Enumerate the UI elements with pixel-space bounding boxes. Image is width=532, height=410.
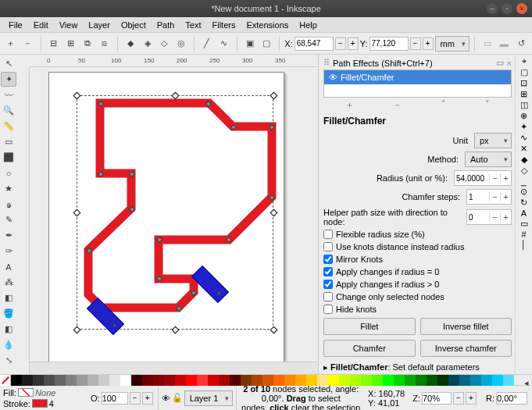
window-minimize-button[interactable]: – [487, 3, 498, 14]
menu-layer[interactable]: Layer [83, 19, 116, 31]
snap-text-icon[interactable]: A [521, 209, 527, 218]
lpe-add-icon[interactable]: ＋ [345, 99, 354, 111]
steps-inc-button[interactable]: + [500, 192, 511, 201]
panel-undock-icon[interactable]: ▭ [496, 58, 504, 68]
x-inc-button[interactable]: + [348, 37, 359, 50]
snap-line-mid-icon[interactable]: ⎯ [521, 176, 527, 186]
vertical-ruler[interactable] [17, 67, 30, 374]
3dbox-tool-icon[interactable]: ⬛ [1, 150, 16, 165]
color-swatch[interactable] [175, 375, 186, 386]
color-swatch[interactable] [208, 375, 219, 386]
node-x-input[interactable] [295, 37, 334, 51]
y-inc-button[interactable]: + [423, 37, 434, 50]
color-swatch[interactable] [481, 375, 492, 386]
color-swatch[interactable] [98, 375, 109, 386]
helper-dec-button[interactable]: − [489, 212, 500, 222]
spiral-tool-icon[interactable]: ๑ [1, 197, 16, 212]
hide-knots-checkbox[interactable]: Hide knots [323, 303, 512, 316]
color-swatch[interactable] [33, 375, 44, 386]
color-swatch[interactable] [427, 375, 437, 386]
color-swatch[interactable] [437, 375, 448, 386]
change-selected-checkbox[interactable]: Change only selected nodes [323, 291, 512, 303]
color-swatch[interactable] [186, 375, 197, 386]
swatch-none[interactable] [0, 375, 11, 386]
unit-select[interactable]: mm [435, 36, 470, 52]
dropper-tool-icon[interactable]: 💧 [1, 337, 16, 352]
show-clip-icon[interactable]: ▭ [480, 36, 495, 52]
color-swatch[interactable] [22, 375, 33, 386]
color-swatch[interactable] [197, 375, 208, 386]
x-dec-button[interactable]: − [335, 37, 346, 50]
palette-menu-icon[interactable]: ◂ [521, 375, 532, 390]
snap-center-icon[interactable]: ⊕ [520, 111, 527, 121]
color-swatch[interactable] [142, 375, 153, 386]
color-swatch[interactable] [503, 375, 514, 386]
color-swatch[interactable] [164, 375, 175, 386]
use-knots-checkbox[interactable]: Use knots distance instead radius [323, 241, 512, 253]
color-swatch[interactable] [383, 375, 394, 386]
zoom-dec-button[interactable]: − [453, 392, 464, 405]
color-swatch[interactable] [77, 375, 87, 386]
menu-extensions[interactable]: Extensions [241, 19, 294, 31]
horizontal-scrollbar[interactable] [30, 362, 318, 374]
steps-spinner[interactable]: −+ [466, 189, 512, 205]
eraser-tool-icon[interactable]: ◧ [1, 291, 16, 305]
ellipse-tool-icon[interactable]: ○ [1, 166, 16, 180]
node-smooth-icon[interactable]: ◈ [140, 36, 155, 52]
color-swatch[interactable] [87, 375, 98, 386]
menu-object[interactable]: Object [116, 19, 152, 31]
snap-grid-icon[interactable]: # [521, 230, 526, 239]
menu-file[interactable]: File [3, 19, 28, 31]
window-close-button[interactable]: × [516, 3, 527, 14]
horizontal-ruler[interactable]: 0 50 100 150 200 250 300 350 [30, 55, 318, 67]
panel-grip-icon[interactable]: ⠿ [323, 58, 330, 68]
chamfer-button[interactable]: Chamfer [323, 340, 416, 357]
snap-bbox-icon[interactable]: ▢ [520, 67, 528, 77]
menu-filters[interactable]: Filters [207, 19, 241, 31]
join-node-icon[interactable]: ⊞ [62, 36, 78, 52]
inverse-chamfer-button[interactable]: Inverse chamfer [420, 340, 512, 357]
paintbucket-tool-icon[interactable]: 🪣 [1, 306, 16, 321]
helper-spinner[interactable]: −+ [466, 209, 512, 225]
node-tool-icon[interactable]: ✦ [1, 72, 16, 87]
color-swatch[interactable] [394, 375, 405, 386]
mirror-knots-checkbox[interactable]: Mirror Knots [323, 253, 512, 266]
segment-curve-icon[interactable]: ∿ [216, 36, 232, 52]
color-swatch[interactable] [448, 375, 459, 386]
star-tool-icon[interactable]: ★ [1, 181, 16, 196]
calligraphy-tool-icon[interactable]: ✑ [1, 244, 16, 258]
defaults-expander[interactable]: ▸ Fillet/Chamfer: Set default parameters [323, 359, 512, 373]
lpe-up-icon[interactable]: ˄ [441, 99, 446, 111]
color-swatch[interactable] [66, 375, 77, 386]
inverse-fillet-button[interactable]: Inverse fillet [420, 318, 512, 335]
gradient-tool-icon[interactable]: ◧ [1, 322, 16, 337]
node-y-input[interactable] [370, 37, 409, 51]
color-swatch[interactable] [459, 375, 470, 386]
snap-page-icon[interactable]: ▭ [520, 219, 528, 229]
node-symmetric-icon[interactable]: ◇ [156, 36, 172, 52]
text-tool-icon[interactable]: A [1, 259, 16, 274]
color-swatch[interactable] [153, 375, 164, 386]
menu-path[interactable]: Path [152, 19, 180, 31]
snap-midpoint-icon[interactable]: ◫ [520, 100, 528, 110]
delete-segment-icon[interactable]: ⧉ [80, 36, 95, 52]
radius-spinner[interactable]: −+ [454, 170, 512, 186]
opacity-dec-button[interactable]: − [130, 392, 141, 405]
join-segment-icon[interactable]: ⧇ [97, 36, 112, 52]
tweak-tool-icon[interactable]: 〰 [1, 87, 16, 102]
color-swatch[interactable] [55, 375, 66, 386]
steps-input[interactable] [467, 193, 489, 201]
menu-view[interactable]: View [54, 19, 84, 31]
unit-dropdown[interactable]: px [474, 133, 512, 148]
steps-dec-button[interactable]: − [489, 192, 500, 201]
measure-tool-icon[interactable]: 📏 [1, 119, 16, 134]
snap-cusp-icon[interactable]: ◆ [521, 155, 527, 165]
lpe-remove-icon[interactable]: － [393, 99, 402, 111]
node-auto-icon[interactable]: ◎ [173, 36, 189, 52]
fillet-button[interactable]: Fillet [323, 318, 416, 335]
menu-help[interactable]: Help [294, 19, 323, 31]
object-to-path-icon[interactable]: ▣ [242, 36, 258, 52]
snap-intersect-icon[interactable]: ✕ [520, 144, 527, 154]
panel-close-icon[interactable]: × [507, 59, 512, 68]
color-swatch[interactable] [492, 375, 503, 386]
